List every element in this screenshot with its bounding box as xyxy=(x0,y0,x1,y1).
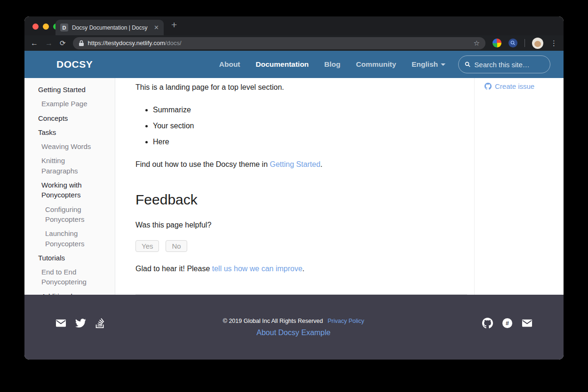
tab-favicon: D xyxy=(60,24,68,31)
docs-sidebar: Getting Started Example Page Concepts Ta… xyxy=(24,78,115,295)
sidebar-item-launching-ponycopters[interactable]: Launching Ponycopters xyxy=(24,228,102,249)
site-navbar: DOCSY About Documentation Blog Community… xyxy=(24,51,564,78)
privacy-policy-link[interactable]: Privacy Policy xyxy=(328,318,365,324)
list-item: Here xyxy=(153,136,467,148)
feedback-heading: Feedback xyxy=(135,189,467,210)
site-footer: © 2019 Global Inc All Rights ReservedPri… xyxy=(24,295,564,360)
summary-list: Summarize Your section Here xyxy=(135,104,467,148)
url-host: https://testydocsy.netlify.com xyxy=(88,39,165,47)
browser-menu-icon[interactable]: ⋮ xyxy=(550,39,557,47)
sidebar-item-example-page[interactable]: Example Page xyxy=(24,99,102,109)
tab-strip: D Docsy Documentation | Docsy ✕ + xyxy=(24,16,564,35)
extension-search-icon[interactable] xyxy=(509,39,517,47)
list-item: Your section xyxy=(153,120,467,132)
page-body: Getting Started Example Page Concepts Ta… xyxy=(24,78,564,295)
url-bar[interactable]: https://testydocsy.netlify.com/docs/ ☆ xyxy=(73,37,485,49)
back-icon[interactable]: ← xyxy=(31,39,38,47)
profile-avatar[interactable] xyxy=(532,38,543,49)
github-icon xyxy=(485,83,492,90)
footer-left-icons xyxy=(56,318,105,329)
toolbar-divider xyxy=(524,39,525,47)
magnifier-glyph xyxy=(510,40,516,46)
improve-link[interactable]: tell us how we can improve xyxy=(212,265,302,273)
search-icon xyxy=(465,61,470,68)
minimize-window-button[interactable] xyxy=(43,24,49,30)
nav-item-about[interactable]: About xyxy=(219,60,240,69)
search-input[interactable] xyxy=(474,61,544,69)
forward-icon[interactable]: → xyxy=(45,39,53,47)
create-issue-label: Create issue xyxy=(495,82,534,90)
sidebar-item-getting-started[interactable]: Getting Started xyxy=(24,85,102,94)
tab-close-icon[interactable]: ✕ xyxy=(154,24,159,31)
create-issue-link[interactable]: Create issue xyxy=(485,82,564,90)
page-toolbar: Create issue xyxy=(474,78,564,295)
lock-icon xyxy=(79,40,84,47)
sidebar-item-concepts[interactable]: Concepts xyxy=(24,113,102,123)
stack-overflow-icon[interactable] xyxy=(95,318,105,329)
sidebar-item-working-with-ponycopters[interactable]: Working with Ponycopters xyxy=(24,180,102,200)
intro-paragraph: This is a landing page for a top level s… xyxy=(135,82,467,93)
language-label: English xyxy=(412,60,438,68)
sidebar-item-configuring-ponycopters[interactable]: Configuring Ponycopters xyxy=(24,204,102,225)
sidebar-item-knitting-paragraphs[interactable]: Knitting Paragraphs xyxy=(24,156,102,176)
email-icon[interactable] xyxy=(522,318,532,329)
nav-item-community[interactable]: Community xyxy=(356,60,396,69)
language-dropdown[interactable]: English xyxy=(412,60,445,69)
feedback-no-button[interactable]: No xyxy=(166,240,187,252)
find-out-text: Find out how to use the Docsy theme in xyxy=(135,160,270,168)
site-search[interactable] xyxy=(458,55,550,73)
browser-window: D Docsy Documentation | Docsy ✕ + ← → ⟳ … xyxy=(24,16,564,360)
url-path: /docs/ xyxy=(165,39,182,47)
new-tab-button[interactable]: + xyxy=(171,19,177,31)
close-window-button[interactable] xyxy=(32,24,39,30)
feedback-response-text: Glad to hear it! Please xyxy=(135,265,212,273)
svg-text:#: # xyxy=(506,320,509,326)
feedback-yes-button[interactable]: Yes xyxy=(135,240,159,252)
reload-icon[interactable]: ⟳ xyxy=(60,39,66,47)
github-icon[interactable] xyxy=(482,318,493,329)
nav-item-documentation[interactable]: Documentation xyxy=(256,60,309,69)
copyright-text: © 2019 Global Inc All Rights Reserved xyxy=(223,318,323,324)
getting-started-link[interactable]: Getting Started xyxy=(270,160,320,168)
feedback-question: Was this page helpful? xyxy=(135,220,467,231)
feedback-response: Glad to hear it! Please tell us how we c… xyxy=(135,263,467,274)
browser-tab[interactable]: D Docsy Documentation | Docsy ✕ xyxy=(56,20,164,35)
footer-right-icons: # xyxy=(482,318,532,329)
bookmark-star-icon[interactable]: ☆ xyxy=(474,39,480,47)
twitter-icon[interactable] xyxy=(75,318,86,329)
main-content: This is a landing page for a top level s… xyxy=(115,78,474,295)
slack-icon[interactable]: # xyxy=(502,318,513,329)
feedback-buttons: Yes No xyxy=(135,240,467,252)
sidebar-item-additional[interactable]: Additional xyxy=(24,291,102,295)
nav-item-blog[interactable]: Blog xyxy=(324,60,340,69)
sidebar-item-tutorials[interactable]: Tutorials xyxy=(24,253,102,263)
browser-toolbar: ← → ⟳ https://testydocsy.netlify.com/doc… xyxy=(24,35,564,51)
find-out-period: . xyxy=(320,160,322,168)
site-logo[interactable]: DOCSY xyxy=(56,59,93,70)
about-docsy-link[interactable]: About Docsy Example xyxy=(256,329,330,337)
find-out-paragraph: Find out how to use the Docsy theme in G… xyxy=(135,159,467,170)
email-icon[interactable] xyxy=(56,318,66,329)
sidebar-item-tasks[interactable]: Tasks xyxy=(24,127,102,137)
list-item: Summarize xyxy=(153,104,467,116)
footer-about-line: About Docsy Example xyxy=(105,329,482,337)
extension-colorful-icon[interactable] xyxy=(493,39,501,47)
footer-center: © 2019 Global Inc All Rights ReservedPri… xyxy=(105,318,482,337)
footer-copyright-line: © 2019 Global Inc All Rights ReservedPri… xyxy=(105,318,482,324)
url-text: https://testydocsy.netlify.com/docs/ xyxy=(88,39,182,47)
tab-title: Docsy Documentation | Docsy xyxy=(72,24,150,31)
nav-links: About Documentation Blog Community Engli… xyxy=(219,60,445,69)
chevron-down-icon xyxy=(441,63,445,66)
sidebar-item-weaving-words[interactable]: Weaving Words xyxy=(24,141,102,151)
feedback-response-period: . xyxy=(302,265,304,273)
sidebar-item-end-to-end-ponycoptering[interactable]: End to End Ponycoptering xyxy=(24,267,102,287)
